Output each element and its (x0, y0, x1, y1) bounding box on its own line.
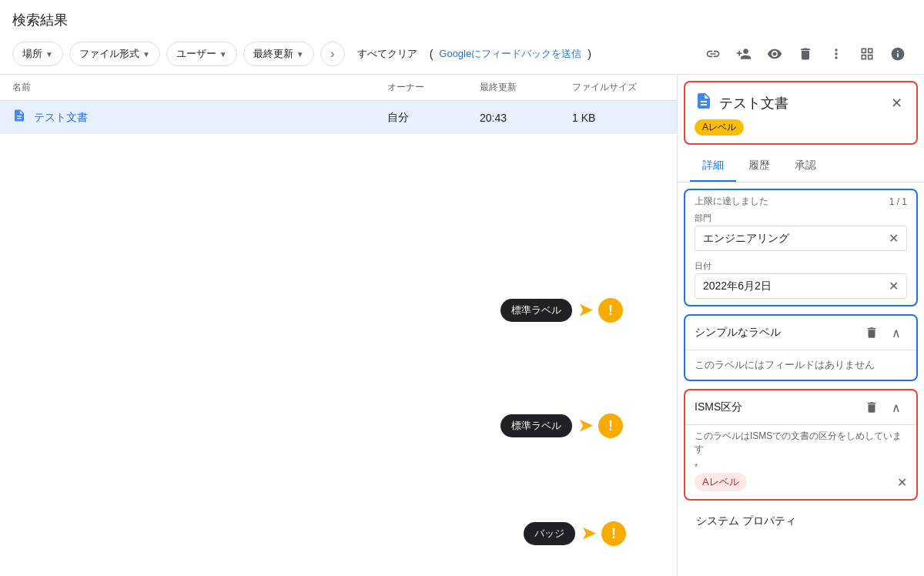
warning-icon-2: ! (598, 414, 623, 438)
level-badge: Aレベル (695, 119, 744, 136)
limit-reached-label: 上限に達しました (695, 195, 768, 208)
date-field-value: 2022年6月2日 (703, 280, 772, 293)
simple-label-card: シンプルなラベル ∧ このラベルにはフィールドはありません (684, 314, 918, 381)
grid-view-icon (859, 46, 875, 62)
limit-count: 1 / 1 (889, 196, 907, 207)
more-options-icon (829, 46, 844, 62)
more-filters-button[interactable]: › (320, 42, 345, 66)
file-name-text[interactable]: テスト文書 (34, 111, 88, 125)
dept-clear-button[interactable]: ✕ (889, 231, 899, 246)
simple-label-body: このラベルにはフィールドはありません (685, 350, 916, 380)
panel-title-group: テスト文書 (695, 92, 788, 115)
warning-icon-3: ! (601, 521, 626, 546)
tab-details[interactable]: 詳細 (690, 151, 736, 182)
standard-label-pill-1: 標準ラベル (500, 299, 572, 322)
date-field-value-row[interactable]: 2022年6月2日 ✕ (695, 273, 907, 299)
grid-view-icon-button[interactable] (853, 40, 881, 68)
link-icon-button[interactable] (699, 40, 727, 68)
simple-label-card-header: シンプルなラベル ∧ (685, 316, 916, 350)
add-user-icon-button[interactable] (730, 40, 758, 68)
system-props-label: システム プロパティ (696, 514, 796, 527)
isms-card-body: このラベルはISMSでの文書の区分をしめしています * Aレベル ✕ (685, 425, 916, 499)
file-format-filter[interactable]: ファイル形式 ▼ (69, 42, 160, 66)
isms-tag-row: Aレベル ✕ (695, 473, 907, 491)
last-modified-chevron-icon: ▼ (296, 50, 304, 59)
isms-label-actions: ∧ (861, 397, 907, 418)
delete-icon (798, 46, 813, 62)
col-owner-header: オーナー (387, 81, 480, 94)
badge-pill: バッジ (524, 522, 575, 545)
last-modified-filter-label: 最終更新 (253, 47, 293, 61)
link-icon (705, 46, 721, 62)
delete-icon-button[interactable] (792, 40, 819, 68)
tab-approval[interactable]: 承認 (782, 151, 829, 182)
file-doc-icon (12, 109, 26, 126)
isms-label-collapse-button[interactable]: ∧ (886, 397, 907, 418)
isms-label-card: ISMS区分 ∧ このラベルはISMSでの文書の区分をしめしています (684, 389, 918, 501)
location-chevron-icon: ▼ (45, 50, 53, 59)
file-list-area: 名前 オーナー 最終更新 ファイルサイズ テスト文書 自分 20:43 1 K (0, 75, 678, 576)
file-format-filter-label: ファイル形式 (79, 47, 139, 61)
user-filter-label: ユーザー (176, 47, 216, 61)
panel-close-button[interactable]: ✕ (886, 92, 907, 114)
user-chevron-icon: ▼ (219, 50, 227, 59)
feedback-parens-close: ) (588, 48, 591, 60)
warning-icon-1: ! (598, 298, 623, 323)
date-clear-button[interactable]: ✕ (889, 279, 899, 293)
file-list-header: 名前 オーナー 最終更新 ファイルサイズ (0, 75, 677, 101)
panel-header-top: テスト文書 ✕ (695, 92, 907, 115)
clear-all-button[interactable]: すべてクリア (351, 44, 424, 64)
page-title: 検索結果 (0, 0, 924, 37)
no-fields-text: このラベルにはフィールドはありません (695, 359, 875, 370)
simple-label-title: シンプルなラベル (695, 326, 781, 340)
isms-tag-clear-button[interactable]: ✕ (897, 475, 907, 490)
file-format-chevron-icon: ▼ (142, 50, 150, 59)
right-panel: テスト文書 ✕ Aレベル 詳細 履歴 承認 上限に達しました 1 / 1 (678, 75, 924, 576)
location-filter-label: 場所 (22, 47, 42, 61)
last-modified-filter[interactable]: 最終更新 ▼ (243, 42, 314, 66)
file-size: 1 KB (572, 112, 665, 124)
more-options-icon-button[interactable] (822, 40, 850, 68)
file-name-cell: テスト文書 (12, 109, 387, 126)
simple-label-collapse-button[interactable]: ∧ (886, 322, 907, 343)
system-props-section: システム プロパティ (684, 508, 918, 534)
arrow-right-icon-1: ➤ (578, 300, 592, 320)
panel-doc-title: テスト文書 (719, 94, 788, 112)
dept-field-value: エンジニアリング (703, 232, 789, 246)
standard-label-pill-2: 標準ラベル (500, 414, 572, 437)
date-field-row: 日付 2022年6月2日 ✕ (685, 257, 916, 305)
simple-label-delete-button[interactable] (861, 322, 882, 343)
feedback-link[interactable]: Googleにフィードバックを送信 (439, 47, 581, 61)
tab-history[interactable]: 履歴 (736, 151, 782, 182)
file-row[interactable]: テスト文書 自分 20:43 1 KB (0, 101, 677, 134)
user-filter[interactable]: ユーザー ▼ (166, 42, 237, 66)
info-icon (890, 46, 906, 62)
col-name-header: 名前 (12, 81, 387, 94)
preview-icon (767, 46, 782, 62)
filter-bar: 場所 ▼ ファイル形式 ▼ ユーザー ▼ 最終更新 ▼ › すべてクリア ( G… (0, 37, 924, 75)
info-icon-button[interactable] (884, 40, 912, 68)
blue-label-card: 上限に達しました 1 / 1 部門 エンジニアリング ✕ 日付 2022年 (684, 189, 918, 306)
arrow-right-icon-3: ➤ (581, 524, 595, 544)
dept-field-value-row[interactable]: エンジニアリング ✕ (695, 226, 907, 251)
panel-doc-icon (695, 92, 713, 115)
isms-description: このラベルはISMSでの文書の区分をしめしています (695, 430, 907, 456)
isms-label-card-header: ISMS区分 ∧ (685, 390, 916, 425)
content-area: 名前 オーナー 最終更新 ファイルサイズ テスト文書 自分 20:43 1 K (0, 75, 924, 576)
panel-tabs: 詳細 履歴 承認 (678, 151, 924, 183)
location-filter[interactable]: 場所 ▼ (12, 42, 63, 66)
arrow-right-icon-2: ➤ (578, 416, 592, 436)
date-field-label: 日付 (695, 260, 907, 272)
feedback-parens-open: ( (430, 48, 434, 60)
labels-area: 上限に達しました 1 / 1 部門 エンジニアリング ✕ 日付 2022年 (678, 183, 924, 576)
a-level-tag[interactable]: Aレベル (695, 473, 747, 491)
isms-required-marker: * (695, 462, 907, 471)
add-user-icon (736, 46, 752, 62)
dept-field-row: 部門 エンジニアリング ✕ (685, 209, 916, 257)
simple-label-actions: ∧ (861, 322, 907, 343)
isms-label-delete-button[interactable] (861, 397, 882, 418)
col-size-header: ファイルサイズ (572, 81, 665, 94)
file-owner: 自分 (387, 111, 480, 125)
preview-icon-button[interactable] (761, 40, 788, 68)
isms-label-title: ISMS区分 (695, 400, 742, 414)
